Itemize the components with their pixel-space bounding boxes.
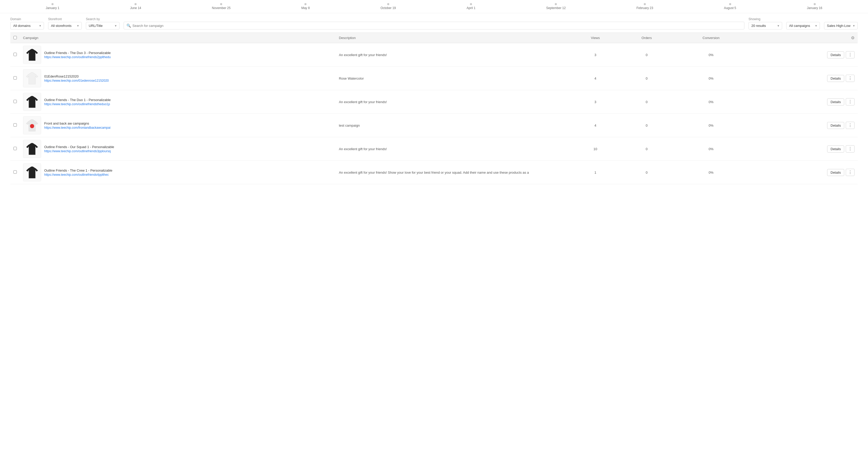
table-row: Outline Friends - The Duo 3 - Personaliz…	[10, 43, 858, 67]
chevron-down-icon: ▾	[77, 24, 79, 28]
storefront-filter-group: Storefront All storefronts ▾	[48, 17, 82, 29]
table-row: Front and back aw campaigns https://www.…	[10, 114, 858, 137]
timeline-dot	[470, 3, 472, 5]
campaign-image	[23, 69, 41, 87]
col-views: Views	[571, 33, 620, 43]
domain-select[interactable]: All domains ▾	[10, 22, 44, 29]
chevron-down-icon: ▾	[115, 24, 117, 28]
row-checkbox[interactable]	[13, 170, 17, 174]
row-checkbox-cell	[10, 67, 20, 90]
actions-cell: Details ⋮	[749, 43, 858, 67]
timeline-item: November 25	[212, 3, 230, 10]
searchby-value: URL/Title	[89, 24, 103, 28]
actions-cell: Details ⋮	[749, 90, 858, 114]
row-checkbox-cell	[10, 114, 20, 137]
storefront-select[interactable]: All storefronts ▾	[48, 22, 82, 29]
gear-icon[interactable]: ⚙	[851, 35, 855, 40]
campaign-url[interactable]: https://www.teechip.com/frontandbackawca…	[44, 126, 111, 129]
timeline-item: August 5	[724, 3, 736, 10]
campaigns-select[interactable]: All campaigns ▾	[786, 22, 820, 29]
chevron-down-icon: ▾	[815, 24, 817, 28]
table-row: Outline Friends - The Duo 1 - Personaliz…	[10, 90, 858, 114]
row-checkbox[interactable]	[13, 53, 17, 56]
search-box: 🔍	[124, 22, 744, 29]
description-cell: test campaign	[336, 114, 571, 137]
orders-cell: 0	[620, 114, 674, 137]
campaign-url[interactable]: https://www.teechip.com/outlinefriendsth…	[44, 102, 111, 106]
chevron-down-icon: ▾	[39, 24, 41, 28]
select-all-checkbox[interactable]	[13, 36, 17, 39]
details-button[interactable]: Details	[827, 75, 844, 82]
showing-select[interactable]: 20 results ▾	[748, 22, 782, 29]
campaigns-filter-group: All campaigns ▾	[786, 18, 820, 29]
campaign-name: Front and back aw campaigns	[44, 122, 111, 125]
more-options-button[interactable]: ⋮	[846, 122, 855, 129]
timeline-dot	[644, 3, 646, 5]
timeline-dot	[134, 3, 136, 5]
row-checkbox[interactable]	[13, 100, 17, 103]
orders-cell: 0	[620, 90, 674, 114]
search-icon: 🔍	[126, 24, 131, 28]
domain-filter-group: Domain All domains ▾	[10, 17, 44, 29]
campaign-info: Front and back aw campaigns https://www.…	[44, 122, 111, 129]
campaign-name: Outline Friends - The Duo 3 - Personaliz…	[44, 51, 111, 55]
details-button[interactable]: Details	[827, 52, 844, 58]
campaign-cell: Outline Friends - The Crew 1 - Personali…	[20, 161, 336, 184]
showing-value: 20 results	[751, 24, 766, 28]
table-row: 01EdenRose12152020 https://www.teechip.c…	[10, 67, 858, 90]
orders-cell: 0	[620, 43, 674, 67]
row-checkbox[interactable]	[13, 147, 17, 150]
campaign-url[interactable]: https://www.teechip.com/outlinefriends2p…	[44, 55, 111, 59]
showing-group: Showing 20 results ▾	[748, 17, 782, 29]
conversion-cell: 0%	[673, 137, 748, 161]
more-options-button[interactable]: ⋮	[846, 75, 855, 82]
timeline-item: June 14	[130, 3, 141, 10]
actions-cell: Details ⋮	[749, 161, 858, 184]
domain-label: Domain	[10, 17, 44, 21]
details-button[interactable]: Details	[827, 98, 844, 105]
timeline-dot	[304, 3, 307, 5]
campaign-name: Outline Friends - Our Squad 1 - Personal…	[44, 145, 114, 149]
description-cell: An excellent gift for your friends!	[336, 90, 571, 114]
orders-cell: 0	[620, 137, 674, 161]
views-cell: 1	[571, 161, 620, 184]
chevron-down-icon: ▾	[853, 24, 855, 28]
timeline-item: May 8	[301, 3, 310, 10]
more-options-button[interactable]: ⋮	[846, 169, 855, 176]
svg-point-0	[30, 124, 34, 128]
searchby-select[interactable]: URL/Title ▾	[86, 22, 120, 29]
row-checkbox[interactable]	[13, 123, 17, 127]
col-orders: Orders	[620, 33, 674, 43]
timeline-dot	[814, 3, 816, 5]
col-actions: ⚙	[749, 33, 858, 43]
campaign-url[interactable]: https://www.teechip.com/outlinefriends3p…	[44, 150, 114, 153]
timeline: January 1June 14November 25May 8October …	[0, 0, 868, 13]
campaign-name: Outline Friends - The Crew 1 - Personali…	[44, 168, 113, 172]
campaign-url[interactable]: https://www.teechip.com/outlinefriends4p…	[44, 173, 113, 176]
details-button[interactable]: Details	[827, 122, 844, 129]
campaign-cell: Outline Friends - Our Squad 1 - Personal…	[20, 137, 336, 161]
search-group: 🔍	[124, 22, 744, 29]
orders-cell: 0	[620, 161, 674, 184]
details-button[interactable]: Details	[827, 169, 844, 176]
orders-cell: 0	[620, 67, 674, 90]
more-options-button[interactable]: ⋮	[846, 51, 855, 58]
sort-filter-group: Sales High-Low ▾	[824, 18, 858, 29]
search-input[interactable]	[132, 24, 742, 28]
timeline-item: October 19	[380, 3, 396, 10]
sort-select[interactable]: Sales High-Low ▾	[824, 22, 858, 29]
more-options-button[interactable]: ⋮	[846, 98, 855, 105]
actions-cell: Details ⋮	[749, 114, 858, 137]
actions-cell: Details ⋮	[749, 137, 858, 161]
views-cell: 4	[571, 114, 620, 137]
row-checkbox[interactable]	[13, 76, 17, 79]
details-button[interactable]: Details	[827, 145, 844, 153]
campaign-info: Outline Friends - Our Squad 1 - Personal…	[44, 145, 114, 153]
more-options-button[interactable]: ⋮	[846, 145, 855, 153]
campaign-name: 01EdenRose12152020	[44, 74, 109, 78]
campaign-url[interactable]: https://www.teechip.com/01edenrose121520…	[44, 79, 109, 83]
timeline-item: January 16	[807, 3, 822, 10]
timeline-item: September 12	[546, 3, 566, 10]
conversion-cell: 0%	[673, 161, 748, 184]
campaign-info: Outline Friends - The Duo 3 - Personaliz…	[44, 51, 111, 59]
